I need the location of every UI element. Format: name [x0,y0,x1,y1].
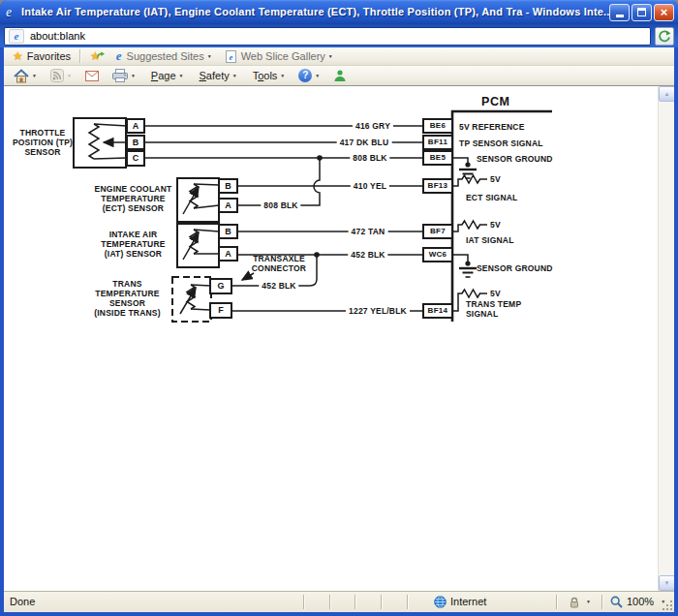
protected-mode-button[interactable]: ▼ [569,592,591,612]
separator [79,49,81,63]
separator [381,595,383,609]
wire-label: 416 GRY [353,121,393,131]
home-icon [14,69,29,83]
printer-icon [112,69,128,82]
pcm-pin-function: SENSOR GROUND [477,263,553,273]
wire-label: 410 YEL [351,181,389,191]
scroll-down-button[interactable]: ▼ [659,575,674,591]
pcm-pin-bf13: BF13 [422,178,453,194]
address-url[interactable]: about:blank [30,27,85,46]
favorites-bar: ★ Favorites ★ e Suggested Sites ▼ e [4,47,674,66]
add-to-favorites-button[interactable]: ★ [88,49,107,63]
messenger-button[interactable] [331,69,349,82]
wiring-diagram-lines [4,86,674,591]
globe-icon [434,596,447,608]
pcm-pin-bf14: BF14 [422,303,453,319]
transaxle-connector-label: TRANSAXLECONNECTOR [240,254,318,273]
supply-label: 5V [490,174,501,184]
zone-icon-wrap [434,592,447,612]
chevron-down-icon: ▼ [32,73,37,78]
resize-grip[interactable] [670,608,672,610]
address-row: e about:blank [0,24,678,47]
suggested-sites-icon: e [116,49,122,63]
pcm-pin-function: ECT SIGNAL [466,193,517,202]
ect-pin-b: B [218,178,238,194]
favorites-label: Favorites [27,47,71,65]
refresh-icon [658,29,671,43]
wiring-diagram: THROTTLEPOSITION (TP)SENSOR ENGINE COOLA… [4,86,674,591]
wire-label: 472 TAN [349,227,388,236]
chevron-down-icon: ▼ [207,53,212,59]
print-button[interactable]: ▼ [110,69,138,82]
magnifier-icon [610,596,623,608]
chevron-down-icon: ▼ [586,592,591,612]
chevron-down-icon: ▼ [67,73,72,78]
minimize-icon [616,15,624,17]
trans-pin-g: G [209,278,232,294]
web-slice-gallery-label: Web Slice Gallery [241,47,325,65]
supply-label: 5V [490,220,501,230]
chevron-down-icon: ▼ [232,73,237,78]
zoom-control[interactable]: 100% ▼ [610,592,665,612]
wire-label: 417 DK BLU [337,138,392,147]
wire-label: 808 BLK [261,200,300,210]
trans-pin-f: F [209,302,232,319]
add-favorite-arrows-icon [97,51,105,61]
scroll-up-icon: ▲ [664,91,670,97]
ect-pin-a: A [218,198,238,213]
separator [601,595,603,609]
command-bar: ▼ ▼ [4,66,674,86]
web-slice-page-icon: e [226,50,236,63]
minimize-button[interactable] [609,4,630,21]
suggested-sites-label: Suggested Sites [127,47,204,65]
pcm-pin-be6: BE6 [422,118,453,134]
separator [303,595,305,609]
refresh-button[interactable] [655,27,674,46]
read-mail-button[interactable] [83,71,101,81]
close-icon: × [661,6,668,18]
web-slice-gallery-button[interactable]: e Web Slice Gallery ▼ [224,47,335,65]
status-text: Done [10,592,35,612]
status-bar: Done Internet ▼ [4,591,674,612]
chevron-down-icon: ▼ [328,53,333,59]
chevron-down-icon: ▼ [131,73,136,78]
security-zone-label: Internet [450,592,486,612]
chevron-down-icon: ▼ [661,592,665,612]
separator [354,595,356,609]
safety-menu-button[interactable]: Safety ▼ [198,67,239,84]
iat-pin-b: B [218,224,238,239]
messenger-icon [333,69,347,82]
home-button[interactable]: ▼ [12,69,39,83]
scroll-up-button[interactable]: ▲ [659,86,674,102]
pcm-pin-function: SENSOR GROUND [477,154,553,164]
help-menu-button[interactable]: ? ▼ [296,69,322,82]
maximize-icon [637,8,646,16]
chevron-down-icon: ▼ [315,73,320,78]
browser-window: e Intake Air Temperature (IAT), Engine C… [0,0,678,616]
address-bar[interactable]: e about:blank [4,27,651,46]
scroll-down-icon: ▼ [664,580,670,586]
close-button[interactable]: × [654,4,674,21]
pcm-pin-bf7: BF7 [422,224,453,239]
favorites-star-icon: ★ [13,49,23,63]
vertical-scrollbar[interactable]: ▲ ▼ [658,86,674,591]
feeds-button[interactable]: ▼ [48,69,74,82]
maximize-button[interactable] [632,4,652,21]
pcm-pin-bf11: BF11 [422,135,453,150]
wire-label: 452 BLK [259,281,298,291]
chevron-down-icon: ▼ [280,73,285,78]
suggested-sites-button[interactable]: e Suggested Sites ▼ [114,47,214,65]
zoom-level: 100% [627,592,654,612]
iat-sensor-label: INTAKE AIRTEMPERATURE(IAT) SENSOR [87,230,179,259]
tools-menu-button[interactable]: Tools ▼ [251,67,288,84]
wire-label: 452 BLK [348,250,387,260]
separator [556,595,558,609]
pcm-pin-function: IAT SIGNAL [466,235,514,245]
favorites-button[interactable]: ★ Favorites [11,47,73,65]
page-menu-button[interactable]: Page ▼ [149,67,186,84]
pcm-pin-function: TRANS TEMP [466,299,521,309]
chevron-down-icon: ▼ [179,73,184,78]
window-frame [0,612,678,616]
window-title: Intake Air Temperature (IAT), Engine Coo… [21,0,609,24]
wire-label: 1227 YEL/BLK [346,306,410,316]
